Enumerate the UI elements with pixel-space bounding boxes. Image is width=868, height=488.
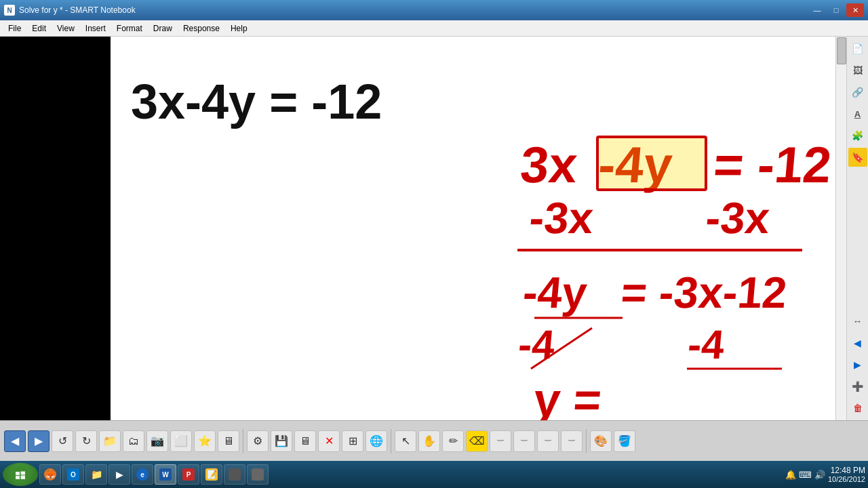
svg-text:= -3x-12: = -3x-12	[619, 268, 789, 317]
addon-btn[interactable]: 🧩	[848, 126, 867, 145]
menu-view[interactable]: View	[52, 22, 80, 35]
taskbar-media[interactable]: ▶	[108, 464, 130, 485]
separator1	[243, 429, 243, 453]
window-controls: — □ ✕	[808, 3, 864, 17]
menu-insert[interactable]: Insert	[80, 22, 111, 35]
windows-logo-icon	[11, 465, 30, 484]
taskbar-pdf[interactable]: P	[178, 464, 199, 485]
undo-btn[interactable]: ↺	[52, 430, 73, 452]
svg-text:-4: -4	[686, 322, 727, 367]
delete-page-btn[interactable]: 🗑	[848, 399, 867, 418]
app8-icon	[252, 468, 264, 481]
start-button[interactable]	[3, 463, 38, 486]
forward-btn[interactable]: ▶	[28, 430, 50, 452]
pen-tool[interactable]: ✏	[442, 430, 464, 452]
taskbar-app7[interactable]	[224, 464, 245, 485]
handwritten-math: 3x -4y = -12 -3x -3x -4y = -3x-12 -4	[504, 125, 816, 420]
taskbar-outlook[interactable]: O	[62, 464, 84, 485]
screen-record-btn[interactable]: ⬜	[170, 430, 192, 452]
page-btn[interactable]: 📄	[848, 39, 867, 58]
menu-help[interactable]: Help	[225, 22, 253, 35]
svg-text:-4y: -4y	[521, 268, 589, 317]
save-btn[interactable]: 💾	[271, 430, 292, 452]
maximize-button[interactable]: □	[827, 3, 845, 17]
canvas-area: 3x-4y = -12 3x -4y = -12 -3x -3x -4y =	[111, 37, 846, 420]
taskbar: 🦊 O 📁 ▶ e W P 📝 🔔 ⌨ 🔊 12:48 PM 10/26/201…	[0, 461, 868, 488]
line-tool2[interactable]: 〰	[513, 430, 535, 452]
explorer-icon: 📁	[90, 468, 102, 481]
menu-edit[interactable]: Edit	[26, 22, 52, 35]
svg-text:= -12: = -12	[711, 136, 833, 193]
pdf-icon: P	[182, 468, 195, 481]
time-display: 12:48 PM	[828, 466, 865, 475]
line-tool4[interactable]: 〰	[561, 430, 583, 452]
app7-icon	[229, 468, 241, 481]
bookmark-btn[interactable]: 🔖	[848, 148, 867, 167]
bottom-toolbar: ◀ ▶ ↺ ↻ 📁 🗂 📷 ⬜ ⭐ 🖥 ⚙ 💾 🖥 ✕ ⊞ 🌐 ↖ ✋ ✏ ⌫ …	[0, 420, 868, 461]
notification-icon: 🔔	[785, 470, 796, 480]
minimize-button[interactable]: —	[808, 3, 826, 17]
separator2	[391, 429, 391, 453]
svg-text:-3x: -3x	[528, 193, 595, 243]
taskbar-app8[interactable]	[247, 464, 269, 485]
screenshot-btn[interactable]: 📷	[146, 430, 168, 452]
svg-point-16	[12, 466, 29, 483]
image-btn[interactable]: 🖼	[848, 61, 867, 80]
sticky-icon: 📝	[205, 468, 218, 481]
back-btn[interactable]: ◀	[4, 430, 26, 452]
svg-text:-4: -4	[517, 322, 557, 367]
line-tool1[interactable]: 〰	[490, 430, 511, 452]
keyboard-icon: ⌨	[799, 470, 812, 480]
ie-icon: e	[136, 468, 149, 481]
web-btn[interactable]: 🌐	[366, 430, 387, 452]
hand-tool[interactable]: ✋	[418, 430, 440, 452]
left-panel	[0, 37, 111, 420]
display-btn[interactable]: 🖥	[294, 430, 316, 452]
color-palette[interactable]: 🎨	[590, 430, 612, 452]
fill-tool[interactable]: 🪣	[614, 430, 635, 452]
open-btn[interactable]: 📁	[99, 430, 121, 452]
text-btn[interactable]: A	[848, 104, 867, 123]
svg-text:-3x: -3x	[704, 193, 772, 243]
prev-page-btn[interactable]: ◀	[848, 333, 867, 352]
menu-response[interactable]: Response	[178, 22, 225, 35]
separator3	[586, 429, 587, 453]
date-display: 10/26/2012	[828, 475, 865, 483]
scroll-thumb[interactable]	[837, 37, 846, 64]
titlebar-left: N Solve for y * - SMART Notebook	[4, 5, 136, 16]
taskbar-sticky[interactable]: 📝	[201, 464, 222, 485]
volume-icon: 🔊	[814, 470, 825, 480]
add-page-btn[interactable]: ➕	[848, 377, 867, 396]
line-tool3[interactable]: 〰	[537, 430, 559, 452]
magic-btn[interactable]: ⭐	[194, 430, 216, 452]
close-button[interactable]: ✕	[846, 3, 864, 17]
grid-btn[interactable]: ⊞	[342, 430, 363, 452]
next-page-btn[interactable]: ▶	[848, 355, 867, 374]
close-btn[interactable]: ✕	[318, 430, 340, 452]
taskbar-ie[interactable]: e	[132, 464, 153, 485]
clock: 12:48 PM 10/26/2012	[828, 466, 865, 483]
taskbar-right: 🔔 ⌨ 🔊 12:48 PM 10/26/2012	[785, 466, 865, 483]
svg-text:y =: y =	[532, 373, 604, 420]
eraser-tool[interactable]: ⌫	[466, 430, 488, 452]
menu-file[interactable]: File	[3, 22, 26, 35]
outlook-icon: O	[67, 468, 79, 481]
media-icon: ▶	[113, 468, 125, 481]
menu-draw[interactable]: Draw	[148, 22, 178, 35]
redo-btn[interactable]: ↻	[75, 430, 97, 452]
settings-btn[interactable]: ⚙	[247, 430, 269, 452]
window-title: Solve for y * - SMART Notebook	[19, 5, 136, 15]
taskbar-word[interactable]: W	[155, 464, 176, 485]
titlebar: N Solve for y * - SMART Notebook — □ ✕	[0, 0, 868, 20]
main-equation: 3x-4y = -12	[131, 74, 382, 129]
expand-btn[interactable]: ↔	[848, 312, 867, 331]
taskbar-explorer[interactable]: 📁	[85, 464, 107, 485]
gallery-btn[interactable]: 🗂	[123, 430, 144, 452]
link-btn[interactable]: 🔗	[848, 83, 867, 102]
select-tool[interactable]: ↖	[395, 430, 416, 452]
main-container: 3x-4y = -12 3x -4y = -12 -3x -3x -4y =	[0, 37, 868, 420]
menu-format[interactable]: Format	[111, 22, 148, 35]
insert-btn[interactable]: 🖥	[218, 430, 239, 452]
scrollbar[interactable]	[835, 37, 846, 420]
taskbar-firefox[interactable]: 🦊	[39, 464, 61, 485]
